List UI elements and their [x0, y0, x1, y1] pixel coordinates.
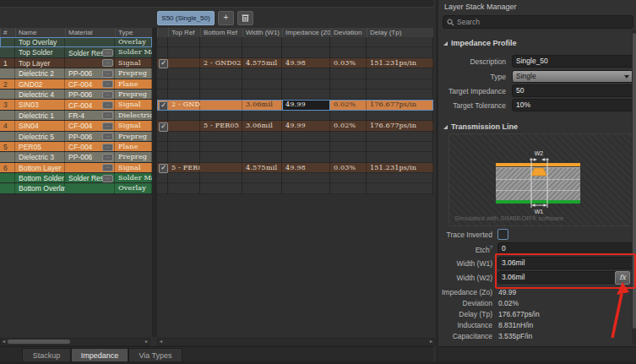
row-enable-cell[interactable] [157, 132, 168, 142]
scroll-left-icon[interactable]: ◂ [158, 339, 164, 345]
row-enable-cell[interactable] [157, 173, 168, 183]
delay-cell[interactable]: 176.677ps/in [367, 121, 433, 131]
layer-name-cell[interactable]: SIN03 [15, 100, 65, 110]
impedance-hscrollbar[interactable]: ◂ ▸ [157, 338, 435, 346]
layer-type-cell[interactable]: Solder Mask [115, 47, 152, 57]
layer-name-cell[interactable]: SIN04 [15, 121, 65, 131]
material-browse-button[interactable]: … [102, 111, 113, 119]
layer-type-cell[interactable]: Dielectric [115, 111, 152, 121]
bottom-ref-cell[interactable] [200, 163, 242, 173]
impedance-row[interactable] [157, 111, 433, 121]
row-enable-cell[interactable] [157, 142, 168, 152]
column-header[interactable]: Bottom Ref [200, 28, 242, 37]
layer-name-cell[interactable]: Dielectric 4 [15, 90, 65, 100]
layer-type-cell[interactable]: Prepreg [115, 90, 152, 100]
layer-type-cell[interactable]: Signal [115, 58, 152, 68]
impedance-cell[interactable] [282, 111, 330, 121]
width-cell[interactable] [242, 132, 282, 142]
search-input[interactable]: Search [443, 15, 633, 29]
width-cell[interactable] [242, 152, 282, 162]
layer-number-cell[interactable]: 6 [0, 163, 15, 173]
layer-name-cell[interactable]: Top Layer [15, 58, 65, 68]
bottom-ref-cell[interactable] [200, 132, 242, 142]
column-header[interactable]: Top Ref [168, 28, 200, 37]
impedance-row[interactable]: ✓2 - GND023.06mil49.990.02%176.677ps/in [157, 100, 433, 110]
checkbox-checked-icon[interactable]: ✓ [159, 59, 168, 68]
impedance-cell[interactable] [282, 183, 330, 193]
impedance-cell[interactable]: 49.99 [282, 121, 330, 131]
stackup-row[interactable]: Top OverlayOverlay [0, 37, 152, 47]
layer-material-cell[interactable]: CF-004… [65, 79, 115, 90]
top-ref-cell[interactable] [168, 47, 200, 57]
impedance-cell[interactable] [282, 47, 330, 57]
stackup-row[interactable]: 4SIN04CF-004…Signal [0, 121, 152, 131]
material-browse-button[interactable]: … [102, 144, 113, 151]
delay-cell[interactable]: 151.231ps/in [367, 163, 433, 173]
stackup-row[interactable]: Dielectric 3PP-006…Prepreg [0, 152, 152, 162]
stackup-hscrollbar[interactable]: ◂ ▸ [0, 338, 150, 346]
deviation-cell[interactable] [330, 132, 367, 142]
type-dropdown[interactable]: Single [512, 70, 633, 83]
impedance-row[interactable] [157, 132, 433, 142]
layer-number-cell[interactable]: 1 [0, 58, 15, 68]
column-header[interactable] [157, 28, 168, 37]
deviation-cell[interactable]: 0.02% [330, 100, 367, 110]
layer-name-cell[interactable]: Bottom Layer [15, 163, 65, 173]
delay-cell[interactable] [367, 79, 433, 90]
width-cell[interactable]: 4.575mil [242, 58, 282, 68]
layer-type-cell[interactable]: Signal [115, 100, 152, 110]
impedance-cell[interactable] [282, 37, 330, 47]
row-enable-cell[interactable] [157, 37, 168, 47]
delete-profile-button[interactable] [237, 11, 253, 25]
section-transmission-line[interactable]: Transmission Line [443, 122, 518, 131]
layer-name-cell[interactable]: PER05 [15, 142, 65, 152]
layer-type-cell[interactable]: Plane [115, 142, 152, 152]
scroll-left-icon[interactable]: ◂ [1, 339, 7, 345]
bottom-ref-cell[interactable]: 5 - PER05 [200, 121, 242, 131]
add-profile-button[interactable]: + [218, 11, 234, 25]
bottom-ref-cell[interactable] [200, 173, 242, 183]
impedance-row[interactable] [157, 152, 433, 162]
delay-cell[interactable] [367, 37, 433, 47]
layer-material-cell[interactable]: PP-006… [65, 132, 115, 142]
trace-inverted-checkbox[interactable] [497, 229, 508, 240]
layer-material-cell[interactable]: PP-006… [65, 90, 115, 100]
impedance-cell[interactable] [282, 90, 330, 100]
bottom-ref-cell[interactable] [200, 47, 242, 57]
delay-cell[interactable] [367, 90, 433, 100]
row-enable-cell[interactable] [157, 152, 168, 162]
delay-cell[interactable] [367, 47, 433, 57]
deviation-cell[interactable] [330, 47, 367, 57]
deviation-cell[interactable] [330, 68, 367, 79]
scroll-right-icon[interactable]: ▸ [144, 339, 149, 345]
width-cell[interactable] [242, 173, 282, 183]
width-cell[interactable]: 4.575mil [242, 163, 282, 173]
width-cell[interactable]: 3.06mil [242, 100, 282, 110]
impedance-row[interactable] [157, 183, 433, 193]
row-enable-cell[interactable] [157, 183, 168, 193]
width-cell[interactable] [242, 183, 282, 193]
layer-number-cell[interactable] [0, 152, 15, 162]
layer-name-cell[interactable]: Bottom Overlay [15, 183, 65, 193]
width-cell[interactable] [242, 47, 282, 57]
row-enable-cell[interactable]: ✓ [157, 163, 168, 173]
top-ref-cell[interactable] [168, 68, 200, 79]
delay-cell[interactable] [367, 132, 433, 142]
bottom-ref-cell[interactable] [200, 111, 242, 121]
layer-name-cell[interactable]: GND02 [15, 79, 65, 90]
stackup-row[interactable]: Dielectric 4PP-006…Prepreg [0, 90, 152, 100]
bottom-ref-cell[interactable] [200, 90, 242, 100]
impedance-row[interactable]: ✓5 - PER054.575mil49.980.03%151.231ps/in [157, 163, 433, 173]
layer-number-cell[interactable] [0, 37, 15, 47]
layer-number-cell[interactable] [0, 111, 15, 121]
top-ref-cell[interactable] [168, 183, 200, 193]
layer-type-cell[interactable]: Prepreg [115, 132, 152, 142]
width-cell[interactable] [242, 37, 282, 47]
row-enable-cell[interactable] [157, 111, 168, 121]
top-ref-cell[interactable] [168, 111, 200, 121]
top-ref-cell[interactable] [168, 79, 200, 90]
column-header[interactable]: Delay (Tp) [367, 28, 433, 37]
row-enable-cell[interactable] [157, 47, 168, 57]
layer-material-cell[interactable]: CF-004… [65, 121, 115, 131]
row-enable-cell[interactable] [157, 79, 168, 90]
